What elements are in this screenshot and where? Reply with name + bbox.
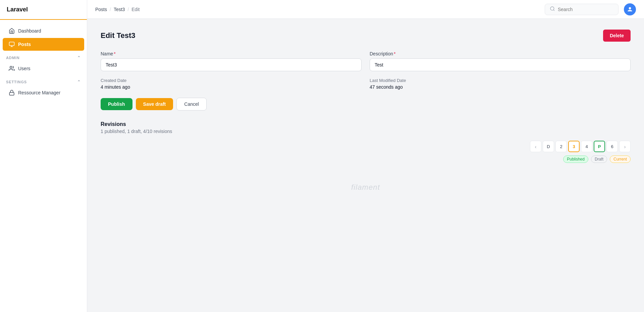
search-input[interactable] [558,7,613,12]
content-area: Edit Test3 Delete Name* Description* Cre… [87,19,644,312]
user-avatar[interactable] [624,3,636,15]
cancel-button[interactable]: Cancel [176,98,207,110]
delete-button[interactable]: Delete [603,30,631,42]
legend-current: Current [610,155,631,163]
legend-row: Published Draft Current [563,155,631,163]
pagination-page-D[interactable]: D [543,141,554,152]
pagination-page-2[interactable]: 2 [555,141,567,152]
admin-chevron-icon: ⌃ [77,55,81,60]
svg-rect-0 [9,42,14,46]
sidebar: Laravel Dashboard Posts ADMIN [0,0,87,312]
description-input[interactable] [370,58,631,71]
admin-section-header: ADMIN ⌃ [0,51,87,61]
meta-modified-date: Last Modified Date 47 seconds ago [370,78,631,90]
topbar-right [545,3,636,15]
created-date-label: Created Date [101,78,362,83]
svg-line-4 [553,10,554,11]
breadcrumb-posts[interactable]: Posts [95,7,107,12]
svg-rect-2 [9,92,14,95]
description-label: Description* [370,51,631,56]
modified-date-label: Last Modified Date [370,78,631,83]
svg-point-3 [550,7,554,10]
pagination-area: ‹ D 2 3 4 P 6 › Published Draft Current [101,141,631,163]
page-title: Edit Test3 [101,31,136,40]
sidebar-dashboard-label: Dashboard [18,28,41,34]
pagination-page-3[interactable]: 3 [568,141,580,152]
pagination-next[interactable]: › [619,141,631,152]
revisions-summary: 1 published, 1 draft, 4/10 revisions [101,129,631,134]
breadcrumb-test3[interactable]: Test3 [114,7,125,12]
breadcrumb-edit: Edit [131,7,140,12]
meta-row: Created Date 4 minutes ago Last Modified… [101,78,631,90]
pagination-prev[interactable]: ‹ [530,141,541,152]
breadcrumb: Posts / Test3 / Edit [95,7,140,12]
name-label: Name* [101,51,362,56]
pagination: ‹ D 2 3 4 P 6 › [530,141,631,152]
search-icon [550,6,555,13]
meta-created-date: Created Date 4 minutes ago [101,78,362,90]
main-wrapper: Posts / Test3 / Edit [87,0,644,312]
svg-point-1 [10,66,12,68]
form-group-description: Description* [370,51,631,71]
description-required: * [394,51,395,56]
topbar: Posts / Test3 / Edit [87,0,644,19]
users-icon [9,65,15,72]
pagination-page-4[interactable]: 4 [581,141,592,152]
save-draft-button[interactable]: Save draft [136,98,173,110]
legend-published: Published [563,155,588,163]
revisions-section: Revisions 1 published, 1 draft, 4/10 rev… [101,121,631,163]
revisions-title: Revisions [101,121,631,127]
search-box[interactable] [545,4,619,15]
lock-icon [9,90,15,96]
app-logo: Laravel [0,0,87,20]
form-group-name: Name* [101,51,362,71]
modified-date-value: 47 seconds ago [370,84,631,90]
sidebar-users-label: Users [18,66,31,71]
sidebar-item-dashboard[interactable]: Dashboard [3,25,84,37]
settings-chevron-icon: ⌃ [77,80,81,84]
sidebar-resource-manager-label: Ressource Manager [18,90,60,95]
sidebar-item-users[interactable]: Users [3,62,84,75]
watermark: filament [101,183,631,192]
breadcrumb-sep-1: / [110,7,111,12]
pagination-page-6[interactable]: 6 [606,141,618,152]
form-row-main: Name* Description* [101,51,631,71]
page-header: Edit Test3 Delete [101,30,631,42]
created-date-value: 4 minutes ago [101,84,362,90]
publish-button[interactable]: Publish [101,98,132,110]
action-row: Publish Save draft Cancel [101,98,631,110]
settings-section-header: SETTINGS ⌃ [0,76,87,86]
home-icon [9,28,15,34]
sidebar-item-resource-manager[interactable]: Ressource Manager [3,86,84,99]
name-required: * [114,51,115,56]
breadcrumb-sep-2: / [127,7,129,12]
sidebar-posts-label: Posts [18,42,31,47]
sidebar-item-posts[interactable]: Posts [3,38,84,51]
posts-icon [9,41,15,47]
name-input[interactable] [101,58,362,71]
sidebar-nav: Dashboard Posts ADMIN ⌃ [0,20,87,312]
legend-draft: Draft [591,155,607,163]
pagination-page-P[interactable]: P [594,141,605,152]
